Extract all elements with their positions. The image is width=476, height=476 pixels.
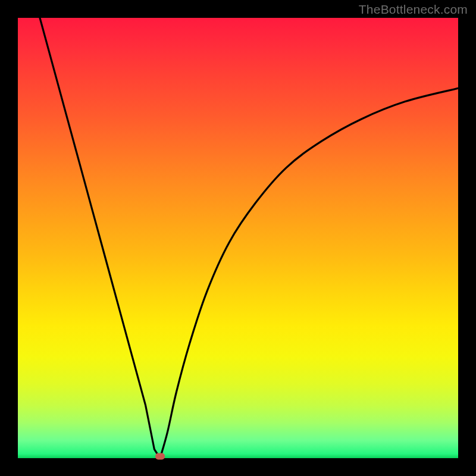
plot-area	[18, 18, 458, 458]
curve-layer	[18, 18, 458, 458]
bottleneck-curve	[40, 18, 458, 458]
chart-frame: TheBottleneck.com	[0, 0, 476, 476]
minimum-marker	[155, 453, 165, 460]
watermark-text: TheBottleneck.com	[359, 2, 468, 17]
